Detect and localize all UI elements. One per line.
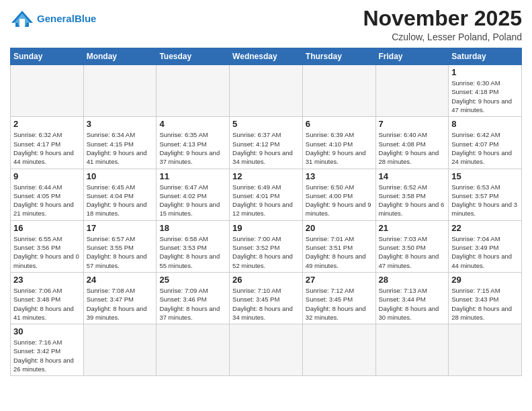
day-info: Sunrise: 7:04 AM Sunset: 3:49 PM Dayligh… (451, 234, 519, 270)
table-row: 7Sunrise: 6:40 AM Sunset: 4:08 PM Daylig… (375, 117, 449, 169)
table-row: 24Sunrise: 7:08 AM Sunset: 3:47 PM Dayli… (83, 272, 157, 324)
day-info: Sunrise: 7:09 AM Sunset: 3:46 PM Dayligh… (159, 286, 226, 322)
table-row: 23Sunrise: 7:06 AM Sunset: 3:48 PM Dayli… (11, 272, 84, 324)
table-row (230, 324, 303, 376)
day-number: 3 (87, 119, 154, 129)
day-info: Sunrise: 6:57 AM Sunset: 3:55 PM Dayligh… (87, 234, 154, 270)
day-info: Sunrise: 6:40 AM Sunset: 4:08 PM Dayligh… (379, 130, 446, 166)
table-row: 13Sunrise: 6:50 AM Sunset: 4:00 PM Dayli… (302, 169, 375, 220)
day-number: 27 (306, 275, 373, 285)
day-number: 25 (159, 275, 226, 285)
day-info: Sunrise: 7:00 AM Sunset: 3:52 PM Dayligh… (232, 234, 300, 270)
day-info: Sunrise: 6:32 AM Sunset: 4:17 PM Dayligh… (13, 130, 81, 166)
table-row (83, 65, 157, 117)
day-number: 28 (379, 275, 446, 285)
day-info: Sunrise: 6:39 AM Sunset: 4:10 PM Dayligh… (306, 130, 373, 166)
logo-icon (10, 9, 34, 28)
table-row: 3Sunrise: 6:34 AM Sunset: 4:15 PM Daylig… (83, 117, 157, 169)
day-number: 23 (13, 275, 81, 285)
logo-text: GeneralBlue (37, 13, 96, 25)
day-info: Sunrise: 6:37 AM Sunset: 4:12 PM Dayligh… (232, 130, 300, 166)
table-row: 27Sunrise: 7:12 AM Sunset: 3:45 PM Dayli… (302, 272, 375, 324)
header-monday: Monday (83, 48, 157, 65)
day-info: Sunrise: 7:10 AM Sunset: 3:45 PM Dayligh… (232, 286, 300, 322)
day-number: 30 (13, 326, 81, 336)
table-row (157, 324, 230, 376)
table-row (302, 65, 375, 117)
table-row (157, 65, 230, 117)
location-subtitle: Czulow, Lesser Poland, Poland (363, 32, 522, 42)
svg-rect-2 (19, 19, 25, 27)
table-row: 9Sunrise: 6:44 AM Sunset: 4:05 PM Daylig… (11, 169, 84, 220)
day-info: Sunrise: 6:50 AM Sunset: 4:00 PM Dayligh… (306, 183, 373, 218)
table-row: 4Sunrise: 6:35 AM Sunset: 4:13 PM Daylig… (157, 117, 230, 169)
table-row: 20Sunrise: 7:01 AM Sunset: 3:51 PM Dayli… (302, 220, 375, 272)
table-row: 30Sunrise: 7:16 AM Sunset: 3:42 PM Dayli… (11, 324, 84, 376)
day-info: Sunrise: 7:03 AM Sunset: 3:50 PM Dayligh… (379, 234, 446, 270)
day-info: Sunrise: 6:34 AM Sunset: 4:15 PM Dayligh… (87, 130, 154, 166)
day-number: 21 (379, 223, 446, 233)
day-info: Sunrise: 6:47 AM Sunset: 4:02 PM Dayligh… (159, 183, 226, 218)
day-info: Sunrise: 7:06 AM Sunset: 3:48 PM Dayligh… (13, 286, 81, 322)
table-row: 26Sunrise: 7:10 AM Sunset: 3:45 PM Dayli… (230, 272, 303, 324)
table-row: 8Sunrise: 6:42 AM Sunset: 4:07 PM Daylig… (449, 117, 522, 169)
day-number: 8 (451, 119, 519, 129)
day-info: Sunrise: 7:01 AM Sunset: 3:51 PM Dayligh… (306, 234, 373, 270)
table-row: 1Sunrise: 6:30 AM Sunset: 4:18 PM Daylig… (449, 65, 522, 117)
logo-general: General (37, 13, 75, 24)
header-thursday: Thursday (302, 48, 375, 65)
table-row (449, 324, 522, 376)
month-title: November 2025 (363, 7, 522, 30)
logo: GeneralBlue (10, 9, 96, 28)
table-row (375, 65, 449, 117)
day-info: Sunrise: 6:44 AM Sunset: 4:05 PM Dayligh… (13, 183, 81, 218)
table-row (302, 324, 375, 376)
table-row (83, 324, 157, 376)
day-number: 15 (451, 171, 519, 181)
day-info: Sunrise: 7:15 AM Sunset: 3:43 PM Dayligh… (451, 286, 519, 322)
day-info: Sunrise: 6:35 AM Sunset: 4:13 PM Dayligh… (159, 130, 226, 166)
header-sunday: Sunday (11, 48, 84, 65)
calendar-row: 1Sunrise: 6:30 AM Sunset: 4:18 PM Daylig… (11, 65, 522, 117)
day-info: Sunrise: 7:13 AM Sunset: 3:44 PM Dayligh… (379, 286, 446, 322)
day-number: 14 (379, 171, 446, 181)
calendar-row: 2Sunrise: 6:32 AM Sunset: 4:17 PM Daylig… (11, 117, 522, 169)
day-number: 19 (232, 223, 300, 233)
title-area: November 2025 Czulow, Lesser Poland, Pol… (363, 7, 522, 42)
table-row: 25Sunrise: 7:09 AM Sunset: 3:46 PM Dayli… (157, 272, 230, 324)
day-number: 20 (306, 223, 373, 233)
calendar-row: 16Sunrise: 6:55 AM Sunset: 3:56 PM Dayli… (11, 220, 522, 272)
day-number: 11 (159, 171, 226, 181)
day-number: 22 (451, 223, 519, 233)
table-row: 29Sunrise: 7:15 AM Sunset: 3:43 PM Dayli… (449, 272, 522, 324)
table-row: 28Sunrise: 7:13 AM Sunset: 3:44 PM Dayli… (375, 272, 449, 324)
logo-blue: Blue (75, 13, 97, 24)
weekday-header-row: Sunday Monday Tuesday Wednesday Thursday… (11, 48, 522, 65)
day-number: 18 (159, 223, 226, 233)
table-row: 15Sunrise: 6:53 AM Sunset: 3:57 PM Dayli… (449, 169, 522, 220)
day-number: 10 (87, 171, 154, 181)
day-info: Sunrise: 6:53 AM Sunset: 3:57 PM Dayligh… (451, 183, 519, 218)
table-row: 10Sunrise: 6:45 AM Sunset: 4:04 PM Dayli… (83, 169, 157, 220)
day-info: Sunrise: 6:58 AM Sunset: 3:53 PM Dayligh… (159, 234, 226, 270)
day-number: 7 (379, 119, 446, 129)
calendar-row: 9Sunrise: 6:44 AM Sunset: 4:05 PM Daylig… (11, 169, 522, 220)
day-number: 24 (87, 275, 154, 285)
day-info: Sunrise: 6:52 AM Sunset: 3:58 PM Dayligh… (379, 183, 446, 218)
table-row (11, 65, 84, 117)
table-row (230, 65, 303, 117)
day-info: Sunrise: 6:55 AM Sunset: 3:56 PM Dayligh… (13, 234, 81, 270)
table-row: 22Sunrise: 7:04 AM Sunset: 3:49 PM Dayli… (449, 220, 522, 272)
header-wednesday: Wednesday (230, 48, 303, 65)
day-number: 6 (306, 119, 373, 129)
header-saturday: Saturday (449, 48, 522, 65)
day-info: Sunrise: 6:42 AM Sunset: 4:07 PM Dayligh… (451, 130, 519, 166)
day-info: Sunrise: 7:16 AM Sunset: 3:42 PM Dayligh… (13, 338, 81, 373)
day-info: Sunrise: 6:49 AM Sunset: 4:01 PM Dayligh… (232, 183, 300, 218)
day-number: 5 (232, 119, 300, 129)
day-number: 13 (306, 171, 373, 181)
table-row: 5Sunrise: 6:37 AM Sunset: 4:12 PM Daylig… (230, 117, 303, 169)
day-number: 16 (13, 223, 81, 233)
day-number: 2 (13, 119, 81, 129)
table-row: 2Sunrise: 6:32 AM Sunset: 4:17 PM Daylig… (11, 117, 84, 169)
